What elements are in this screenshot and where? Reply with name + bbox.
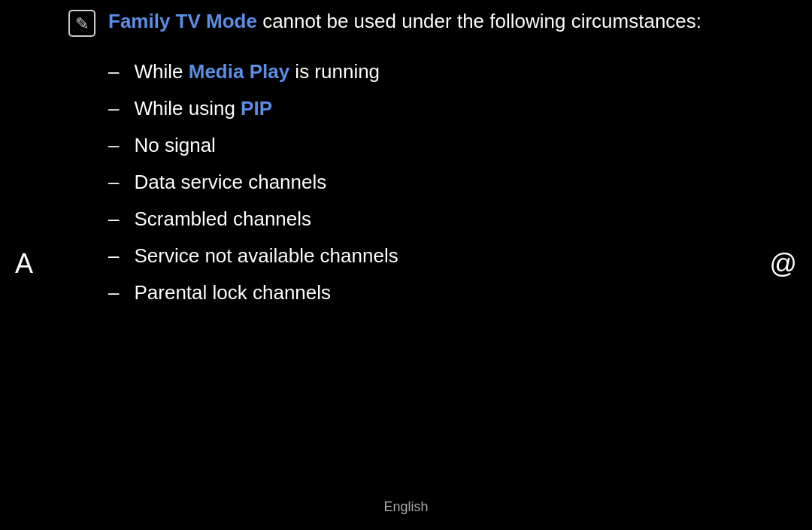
svg-text:✎: ✎ [75,14,89,33]
dash-icon: – [108,171,119,194]
pip-highlight: PIP [241,97,272,120]
main-content: ✎ Family TV Mode cannot be used under th… [68,8,782,318]
list-item-text: While Media Play is running [134,60,380,83]
list-item: – While using PIP [108,97,782,120]
list-item-text: Parental lock channels [134,281,331,304]
list-item-text: No signal [134,134,215,157]
dash-icon: – [108,134,119,157]
list-item-text: While using PIP [134,97,272,120]
dash-icon: – [108,97,119,120]
corner-left-label: A [15,248,33,280]
media-play-highlight: Media Play [189,60,289,83]
list-item: – Scrambled channels [108,207,782,231]
list-item: – Parental lock channels [108,281,782,304]
list-item-text: Scrambled channels [134,207,311,231]
note-icon: ✎ [68,9,96,38]
header-row: ✎ Family TV Mode cannot be used under th… [68,8,782,38]
dash-icon: – [108,60,119,83]
list-item: – No signal [108,134,782,157]
brand-name: Family TV Mode [108,10,257,32]
header-text: Family TV Mode cannot be used under the … [108,8,701,35]
list-item-text: Service not available channels [134,244,398,268]
dash-icon: – [108,244,119,268]
dash-icon: – [108,207,119,231]
list-item: – Service not available channels [108,244,782,268]
list-items: – While Media Play is running – While us… [108,60,782,304]
list-item: – While Media Play is running [108,60,782,83]
corner-right-label: @ [769,248,797,280]
dash-icon: – [108,281,119,304]
list-item-text: Data service channels [134,171,326,194]
header-suffix: cannot be used under the following circu… [257,10,701,32]
list-item: – Data service channels [108,171,782,194]
footer-language: English [383,499,428,515]
